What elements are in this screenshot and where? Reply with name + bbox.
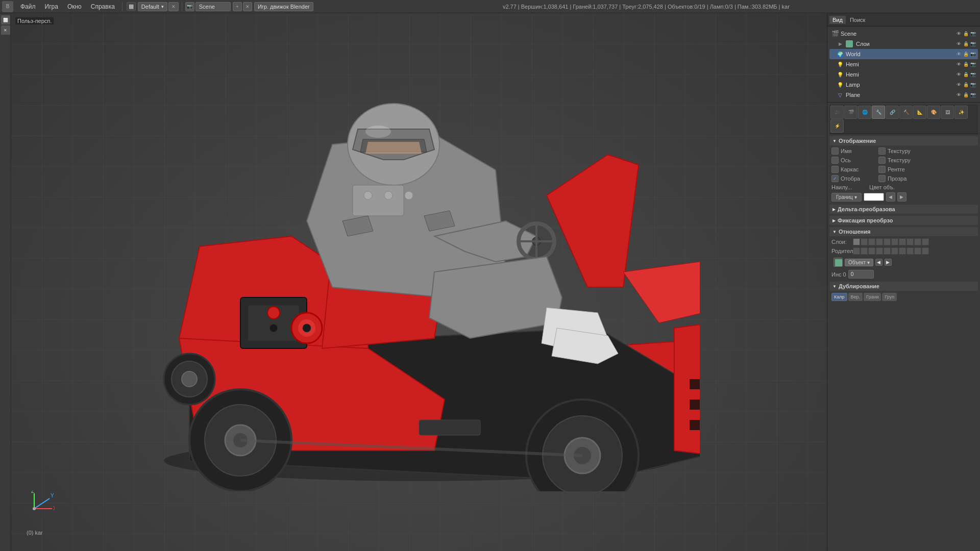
vis-world-3[interactable]: 📷 [970, 51, 976, 57]
relations-section-header[interactable]: ▼ Отношения [829, 227, 978, 236]
cb-name[interactable] [831, 147, 839, 155]
menu-window[interactable]: Окно [63, 2, 86, 11]
tree-item-layers[interactable]: ▶ Слои 👁 🔒 📷 [829, 39, 978, 49]
vis-btn-3[interactable]: 📷 [970, 31, 976, 37]
prop-tab-world[interactable]: 🌐 [858, 106, 871, 119]
sloi-cell-1[interactable] [853, 238, 860, 245]
prop-tab-physics[interactable]: ⚡ [830, 119, 844, 133]
sloi-cell-10[interactable] [922, 238, 929, 245]
cb-display[interactable] [831, 175, 839, 182]
menu-help[interactable]: Справка [87, 2, 119, 11]
sloi-cell-6[interactable] [891, 238, 898, 245]
delta-section-header[interactable]: ▶ Дельта-преобразова [829, 205, 978, 214]
close-btn-mode[interactable]: ✕ [168, 2, 179, 11]
sloi-cell-11[interactable] [853, 247, 860, 255]
vis-lamp-2[interactable]: 🔒 [963, 82, 969, 88]
sloi-cell-19[interactable] [914, 247, 921, 255]
prop-tab-constraint[interactable]: 🔗 [886, 106, 899, 119]
vis-hemi2-1[interactable]: 👁 [955, 71, 962, 78]
inc-input[interactable] [848, 270, 874, 279]
vis-lamp-1[interactable]: 👁 [955, 82, 962, 88]
vis-world-1[interactable]: 👁 [955, 51, 962, 57]
vis-world-2[interactable]: 🔒 [963, 51, 969, 57]
vis-btn-1[interactable]: 👁 [955, 31, 962, 37]
cb-texture2[interactable] [878, 157, 886, 164]
sloi-cell-9[interactable] [914, 238, 921, 245]
menu-game[interactable]: Игра [41, 2, 62, 11]
prop-tab-particles[interactable]: ✨ [954, 106, 968, 119]
sloi-cell-12[interactable] [861, 247, 868, 255]
mode-selector[interactable]: Default ▾ [138, 2, 167, 11]
cb-transparent[interactable] [878, 175, 886, 182]
engine-selector[interactable]: Игр. движок Blender [254, 2, 313, 11]
dup-btn-grani[interactable]: Грани [864, 293, 881, 301]
vis-hemi2-2[interactable]: 🔒 [963, 71, 969, 78]
sloi-cell-18[interactable] [906, 247, 914, 255]
sloi-cell-17[interactable] [899, 247, 906, 255]
vis-hemi1-1[interactable]: 👁 [955, 61, 962, 67]
obj-extra-2[interactable]: ▶ [885, 259, 892, 266]
cb-texture[interactable] [878, 147, 886, 155]
obj-selector-btn[interactable]: Объект ▾ [845, 259, 873, 266]
prop-tab-data[interactable]: 📐 [913, 106, 926, 119]
prop-tab-render[interactable]: 🎥 [830, 106, 844, 119]
fiksacia-section-header[interactable]: ▶ Фиксация преобрзо [829, 216, 978, 225]
cb-wireframe[interactable] [831, 166, 839, 173]
sloi-cell-3[interactable] [868, 238, 875, 245]
scene-selector[interactable]: Scene [195, 2, 231, 11]
vis-layers-3[interactable]: 📷 [970, 41, 976, 47]
camera-icon[interactable]: 📷 [185, 2, 194, 11]
prop-tab-texture[interactable]: 🖼 [941, 106, 954, 119]
vis-layers-1[interactable]: 👁 [955, 41, 962, 47]
vis-hemi1-2[interactable]: 🔒 [963, 61, 969, 67]
color-extra-1[interactable]: ◀ [886, 192, 895, 202]
sloi-cell-5[interactable] [884, 238, 891, 245]
sloi-cell-20[interactable] [922, 247, 929, 255]
prop-tab-object[interactable]: 🔧 [872, 106, 885, 119]
tool-btn-1[interactable]: ⬜ [1, 15, 10, 24]
sloi-cell-4[interactable] [876, 238, 883, 245]
sloi-cell-16[interactable] [891, 247, 898, 255]
vis-layers-2[interactable]: 🔒 [963, 41, 969, 47]
sloi-cell-2[interactable] [861, 238, 868, 245]
vis-lamp-3[interactable]: 📷 [970, 82, 976, 88]
granits-btn[interactable]: Границ ▾ [831, 193, 862, 202]
cb-xray[interactable] [878, 166, 886, 173]
display-section-header[interactable]: ▼ Отображение [829, 136, 978, 145]
tree-item-scene[interactable]: 🎬 Scene 👁 🔒 📷 [829, 29, 978, 39]
vis-plane-1[interactable]: 👁 [955, 92, 962, 98]
dup-btn-ver[interactable]: Вер. [848, 293, 863, 301]
vis-btn-2[interactable]: 🔒 [963, 31, 969, 37]
vis-hemi2-3[interactable]: 📷 [970, 71, 976, 78]
prop-tab-scene[interactable]: 🎬 [844, 106, 857, 119]
tree-item-lamp[interactable]: 💡 Lamp 👁 🔒 📷 [829, 80, 978, 90]
sloi-cell-13[interactable] [868, 247, 875, 255]
sloi-cell-14[interactable] [876, 247, 883, 255]
sloi-cell-8[interactable] [906, 238, 914, 245]
add-scene-icon[interactable]: + [233, 2, 242, 11]
sloi-cell-7[interactable] [899, 238, 906, 245]
dup-section-header[interactable]: ▼ Дублирование [829, 282, 978, 291]
tree-item-plane[interactable]: ▽ Plane 👁 🔒 📷 [829, 90, 978, 100]
tab-search[interactable]: Поиск [847, 16, 868, 24]
tree-item-hemi2[interactable]: 💡 Hemi 👁 🔒 📷 [829, 69, 978, 80]
dup-btn-kalr[interactable]: Калр [831, 293, 847, 301]
vis-hemi1-3[interactable]: 📷 [970, 61, 976, 67]
tree-item-world[interactable]: 🌍 World 👁 🔒 📷 [829, 49, 978, 59]
color-extra-2[interactable]: ▶ [897, 192, 906, 202]
cb-axis[interactable] [831, 157, 839, 164]
color-picker[interactable] [864, 193, 884, 201]
tab-view[interactable]: Вид [829, 16, 846, 24]
prop-tab-modifier[interactable]: 🔨 [899, 106, 913, 119]
tool-btn-2[interactable]: ✕ [1, 26, 10, 35]
blender-logo[interactable]: B [2, 1, 13, 12]
sloi-cell-15[interactable] [884, 247, 891, 255]
viewport[interactable]: Польз-персп. Y X Z (0) kar [11, 13, 827, 551]
remove-scene-icon[interactable]: ✕ [243, 2, 252, 11]
obj-extra-1[interactable]: ◀ [875, 259, 883, 266]
prop-tab-material[interactable]: 🎨 [927, 106, 940, 119]
vis-plane-3[interactable]: 📷 [970, 92, 976, 98]
vis-plane-2[interactable]: 🔒 [963, 92, 969, 98]
tree-item-hemi1[interactable]: 💡 Hemi 👁 🔒 📷 [829, 59, 978, 69]
menu-file[interactable]: Файл [16, 2, 40, 11]
